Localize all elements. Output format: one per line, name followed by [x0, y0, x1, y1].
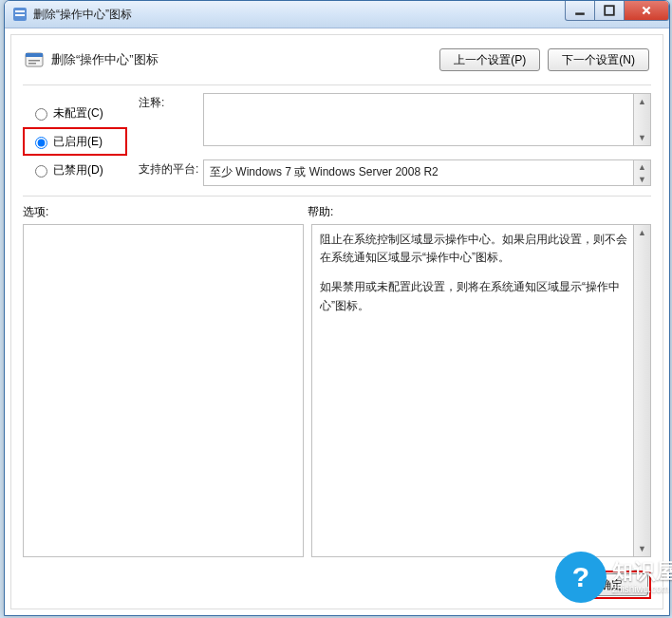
radio-label: 已禁用(D) — [53, 162, 103, 178]
radio-input[interactable] — [35, 165, 47, 178]
window-controls — [565, 1, 669, 21]
header-row: 删除“操作中心”图标 上一个设置(P) 下一个设置(N) — [11, 35, 663, 77]
watermark-text: 知识屋 zhishiwu.com — [612, 560, 672, 593]
svg-rect-8 — [28, 63, 36, 65]
help-paragraph: 如果禁用或未配置此设置，则将在系统通知区域显示“操作中心”图标。 — [320, 278, 629, 314]
button-label: 上一个设置(P) — [454, 52, 526, 68]
svg-rect-1 — [15, 10, 25, 12]
radio-enabled[interactable]: 已启用(E) — [23, 127, 127, 156]
top-config: 未配置(C) 已启用(E) 已禁用(D) 注释: ▲ — [11, 85, 663, 186]
options-label: 选项: — [23, 204, 308, 220]
platform-row: 支持的平台: 至少 Windows 7 或 Windows Server 200… — [139, 159, 651, 186]
dialog-window: 删除“操作中心”图标 删除“操作中心”图标 上一个设置(P) — [4, 0, 670, 616]
help-label: 帮助: — [308, 204, 333, 220]
comment-textarea[interactable]: ▲ ▼ — [203, 93, 651, 146]
scrollbar[interactable]: ▲ ▼ — [633, 225, 650, 556]
nav-buttons: 上一个设置(P) 下一个设置(N) — [439, 48, 649, 71]
watermark-icon: ? — [555, 552, 607, 603]
platform-value: 至少 Windows 7 或 Windows Server 2008 R2 — [210, 165, 439, 178]
page-title: 删除“操作中心”图标 — [51, 51, 159, 68]
minimize-button[interactable] — [565, 1, 595, 21]
scroll-down-icon[interactable]: ▼ — [634, 173, 650, 185]
scroll-up-icon[interactable]: ▲ — [634, 225, 650, 240]
radio-disabled[interactable]: 已禁用(D) — [23, 156, 127, 184]
watermark-icon-char: ? — [572, 561, 589, 593]
button-label: 下一个设置(N) — [562, 52, 635, 68]
panes: 阻止在系统控制区域显示操作中心。如果启用此设置，则不会在系统通知区域显示“操作中… — [11, 224, 663, 565]
platform-textbox: 至少 Windows 7 或 Windows Server 2008 R2 ▲ … — [203, 159, 651, 186]
close-button[interactable] — [625, 1, 669, 21]
scroll-up-icon[interactable]: ▲ — [634, 94, 650, 109]
radio-input[interactable] — [35, 137, 47, 149]
radio-label: 未配置(C) — [53, 105, 103, 122]
svg-rect-6 — [26, 53, 43, 57]
comment-row: 注释: ▲ ▼ — [139, 93, 651, 146]
scroll-up-icon[interactable]: ▲ — [634, 160, 650, 173]
radio-label: 已启用(E) — [53, 134, 103, 150]
radio-not-configured[interactable]: 未配置(C) — [23, 99, 127, 127]
svg-rect-4 — [605, 6, 614, 15]
platform-label: 支持的平台: — [139, 159, 203, 178]
options-pane — [23, 224, 304, 557]
radio-group: 未配置(C) 已启用(E) 已禁用(D) — [23, 93, 127, 186]
svg-rect-7 — [28, 60, 40, 62]
svg-rect-3 — [575, 12, 585, 14]
watermark-brand: 知识屋 — [612, 560, 672, 583]
client-area: 删除“操作中心”图标 上一个设置(P) 下一个设置(N) 未配置(C) 已 — [10, 34, 663, 609]
comment-label: 注释: — [139, 93, 203, 111]
right-column: 注释: ▲ ▼ 支持的平台: 至少 Windows 7 或 Windows Se… — [127, 93, 651, 186]
window-title: 删除“操作中心”图标 — [33, 7, 132, 23]
app-icon — [12, 7, 28, 22]
scrollbar[interactable]: ▲ ▼ — [633, 94, 650, 145]
titlebar[interactable]: 删除“操作中心”图标 — [5, 1, 669, 28]
svg-rect-2 — [15, 14, 25, 16]
watermark-badge: ? 知识屋 zhishiwu.com — [555, 552, 672, 603]
radio-input[interactable] — [35, 108, 47, 121]
previous-setting-button[interactable]: 上一个设置(P) — [439, 48, 540, 71]
scrollbar[interactable]: ▲ ▼ — [633, 160, 650, 185]
watermark-url: zhishiwu.com — [612, 584, 672, 594]
help-paragraph: 阻止在系统控制区域显示操作中心。如果启用此设置，则不会在系统通知区域显示“操作中… — [320, 231, 629, 267]
scroll-down-icon[interactable]: ▼ — [634, 130, 650, 145]
next-setting-button[interactable]: 下一个设置(N) — [548, 48, 649, 71]
section-labels: 选项: 帮助: — [11, 197, 663, 224]
maximize-button[interactable] — [595, 1, 625, 21]
help-pane: 阻止在系统控制区域显示操作中心。如果启用此设置，则不会在系统通知区域显示“操作中… — [311, 224, 651, 557]
policy-icon — [25, 50, 44, 69]
